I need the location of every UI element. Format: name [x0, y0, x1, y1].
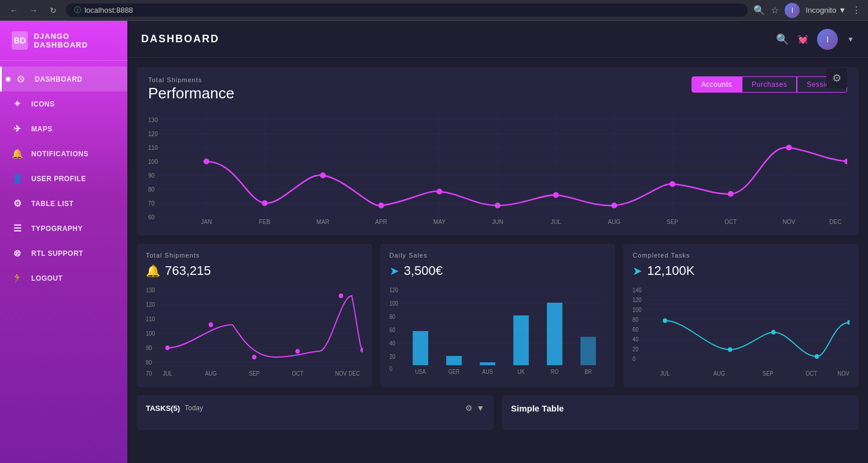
svg-point-31 [436, 189, 442, 194]
performance-chart: 60 70 80 90 100 110 120 130 [148, 108, 847, 224]
sidebar-item-label-logout: LOGOUT [31, 274, 62, 282]
svg-rect-90 [446, 356, 462, 365]
pulse-icon[interactable]: 💓 [798, 35, 808, 44]
sidebar-item-label-maps: MAPS [31, 125, 53, 133]
sidebar-item-notifications[interactable]: 🔔NOTIFICATIONS [0, 141, 127, 166]
sidebar-item-label-notifications: NOTIFICATIONS [31, 150, 89, 158]
svg-text:90: 90 [148, 172, 155, 179]
svg-text:80: 80 [148, 186, 155, 193]
svg-text:USA: USA [415, 369, 426, 376]
svg-text:130: 130 [148, 117, 158, 123]
sales-chart: 120 100 80 60 40 20 0 [389, 284, 606, 377]
forward-button[interactable]: → [27, 3, 41, 17]
app-container: BD DJANGO DASHBOARD ⊙DASHBOARD✦ICONS✈MAP… [0, 21, 868, 463]
svg-text:MAR: MAR [317, 219, 329, 224]
sidebar-item-maps[interactable]: ✈MAPS [0, 116, 127, 141]
svg-point-68 [339, 293, 343, 298]
typography-icon: ☰ [12, 223, 23, 234]
sidebar-item-logout[interactable]: 🏃LOGOUT [0, 266, 127, 291]
bookmark-icon[interactable]: ☆ [771, 5, 779, 16]
svg-text:AUS: AUS [482, 369, 492, 376]
svg-text:70: 70 [146, 370, 152, 377]
sidebar-item-user-profile[interactable]: 👤USER PROFILE [0, 166, 127, 191]
sidebar-item-table-list[interactable]: ⚙TABLE LIST [0, 191, 127, 216]
svg-text:AUG: AUG [713, 370, 725, 377]
svg-text:SEP: SEP [249, 370, 260, 377]
svg-text:60: 60 [148, 214, 155, 221]
performance-settings-button[interactable]: ⚙ [826, 68, 847, 89]
performance-title-group: Total Shipments Performance [148, 76, 234, 102]
notifications-icon: 🔔 [12, 148, 23, 159]
daily-sales-label: Daily Sales [389, 252, 606, 259]
search-icon[interactable]: 🔍 [776, 33, 789, 46]
svg-point-37 [786, 145, 792, 150]
user-avatar[interactable]: I [817, 29, 838, 50]
svg-text:120: 120 [148, 131, 158, 137]
svg-text:FEB: FEB [259, 219, 271, 224]
tasks-title-group: TASKS(5) Today [146, 404, 203, 413]
svg-text:20: 20 [389, 354, 395, 361]
svg-point-27 [204, 159, 209, 164]
tasks-icon-value: ➤ [632, 264, 642, 278]
sidebar-item-label-dashboard: DASHBOARD [35, 75, 83, 83]
logout-icon: 🏃 [12, 273, 23, 284]
tasks-gear-icon[interactable]: ⚙ [465, 403, 473, 413]
svg-text:100: 100 [146, 330, 155, 337]
svg-text:20: 20 [632, 346, 638, 352]
performance-chart-container: 60 70 80 90 100 110 120 130 [148, 108, 847, 226]
svg-text:80: 80 [389, 314, 395, 321]
svg-text:40: 40 [632, 336, 638, 343]
svg-point-28 [262, 200, 267, 206]
svg-text:130: 130 [146, 287, 155, 293]
back-button[interactable]: ← [7, 3, 21, 17]
svg-text:OCT: OCT [806, 370, 818, 377]
sidebar-item-icons[interactable]: ✦ICONS [0, 91, 127, 116]
daily-sales-card: Daily Sales ➤ 3,500€ [380, 244, 616, 387]
svg-text:NOV: NOV [838, 370, 849, 377]
sidebar-item-rtl-support[interactable]: ⊗RTL SUPPORT [0, 241, 127, 266]
svg-text:100: 100 [632, 307, 642, 313]
tasks-date: Today [185, 404, 203, 412]
svg-text:100: 100 [148, 159, 158, 165]
active-dot [6, 77, 10, 82]
svg-text:APR: APR [375, 219, 387, 224]
dashboard-icon: ⊙ [15, 74, 27, 84]
main-content: Total Shipments Performance Accounts Pur… [127, 58, 868, 463]
sidebar-item-dashboard[interactable]: ⊙DASHBOARD [0, 67, 127, 91]
simple-table-title: Simple Table [511, 403, 849, 413]
app-header: DASHBOARD 🔍 💓 I ▼ [127, 21, 868, 58]
svg-point-69 [361, 348, 363, 352]
sidebar-item-typography[interactable]: ☰TYPOGRAPHY [0, 216, 127, 241]
svg-text:SEP: SEP [763, 370, 774, 377]
reload-button[interactable]: ↻ [46, 3, 60, 17]
svg-point-30 [378, 203, 384, 208]
svg-text:DEC: DEC [829, 219, 841, 224]
completed-tasks-card: Completed Tasks ➤ 12,100K [623, 244, 859, 387]
maps-icon: ✈ [12, 123, 23, 134]
svg-text:JAN: JAN [201, 219, 212, 224]
svg-text:100: 100 [389, 300, 398, 307]
browser-avatar[interactable]: I [785, 3, 800, 18]
tab-accounts[interactable]: Accounts [692, 76, 742, 93]
svg-text:GER: GER [448, 369, 459, 376]
page-title: DASHBOARD [141, 33, 219, 45]
svg-text:AUG: AUG [205, 370, 216, 377]
svg-text:80: 80 [632, 317, 638, 323]
browser-search-icon[interactable]: 🔍 [753, 5, 765, 16]
completed-tasks-label: Completed Tasks [632, 252, 849, 259]
svg-text:120: 120 [146, 302, 155, 308]
tab-purchases[interactable]: Purchases [742, 76, 797, 93]
svg-point-36 [728, 191, 734, 197]
svg-point-33 [553, 192, 559, 198]
completed-tasks-value: ➤ 12,100K [632, 263, 849, 278]
svg-rect-89 [413, 331, 428, 365]
sidebar-item-label-icons: ICONS [31, 100, 55, 108]
address-bar[interactable]: ⓘ localhost:8888 [66, 3, 748, 17]
avatar-dropdown-icon[interactable]: ▼ [847, 35, 854, 43]
browser-menu-icon[interactable]: ⋮ [852, 5, 861, 16]
performance-header: Total Shipments Performance Accounts Pur… [148, 76, 847, 102]
svg-text:NOV: NOV [782, 219, 795, 224]
tasks-dropdown-icon[interactable]: ▼ [476, 403, 484, 413]
incognito-button[interactable]: Incognito ▼ [806, 6, 846, 14]
svg-point-66 [252, 355, 256, 359]
